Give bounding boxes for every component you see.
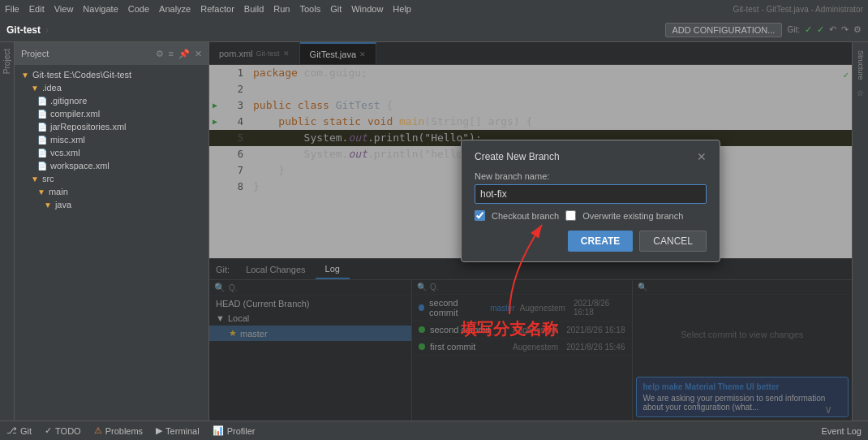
menu-file[interactable]: File [5, 4, 19, 14]
workspace-label: workspace.xml [50, 161, 110, 170]
checkmark-icon: ✓ [805, 24, 812, 35]
profiler-icon: 📊 [213, 425, 224, 436]
tree-vcs[interactable]: 📄 vcs.xml [15, 146, 208, 159]
event-log-label: Event Log [821, 426, 862, 436]
problems-label: Problems [105, 426, 143, 436]
menu-help[interactable]: Help [393, 4, 411, 14]
annotation-area: 填写分支名称 [461, 318, 558, 340]
jarrepos-label: jarRepositories.xml [50, 122, 127, 132]
sidebar-title: Project [21, 49, 49, 58]
vcs-icon: 📄 [37, 149, 47, 157]
checkmark2-icon: ✓ [817, 24, 824, 35]
menu-refactor[interactable]: Refactor [200, 4, 234, 14]
main-label: main [49, 187, 68, 196]
project-vert-label[interactable]: Project [1, 42, 13, 80]
undo-icon[interactable]: ↶ [829, 24, 836, 35]
problems-icon: ⚠ [94, 425, 102, 436]
git-status-label: Git [20, 426, 32, 436]
src-folder-icon: ▼ [31, 175, 39, 183]
todo-label: TODO [55, 426, 81, 436]
profiler-status-item[interactable]: 📊 Profiler [213, 425, 256, 436]
sidebar-close-icon[interactable]: ✕ [195, 49, 202, 59]
menu-tools[interactable]: Tools [299, 4, 320, 14]
tree-jarrepos[interactable]: 📄 jarRepositories.xml [15, 120, 208, 133]
editor-main: pom.xml Git-test ✕ GitTest.java ✕ 1 pack… [209, 42, 852, 421]
sidebar-pin-icon[interactable]: 📌 [178, 49, 190, 59]
overwrite-branch-checkbox[interactable] [565, 210, 576, 221]
gitignore-label: .gitignore [50, 96, 87, 106]
add-configuration-button[interactable]: ADD CONFIGURATION... [665, 23, 783, 37]
cancel-branch-button[interactable]: CANCEL [639, 231, 707, 252]
profiler-label: Profiler [227, 426, 256, 436]
menu-navigate[interactable]: Navigate [83, 4, 118, 14]
sidebar-header: Project ⚙ ≡ 📌 ✕ [15, 42, 208, 65]
tree-misc[interactable]: 📄 misc.xml [15, 133, 208, 146]
status-bar: ⎇ Git ✓ TODO ⚠ Problems ▶ Terminal 📊 Pro… [0, 421, 868, 440]
structure-label[interactable]: Structure [857, 45, 865, 85]
git-status-item[interactable]: ⎇ Git [6, 425, 32, 436]
menu-build[interactable]: Build [244, 4, 264, 14]
tree-java[interactable]: ▼ java [15, 198, 208, 211]
idea-folder-icon: ▼ [31, 84, 39, 93]
title-bar-left: Git-test › [6, 24, 49, 36]
tree-main[interactable]: ▼ main [15, 185, 208, 198]
right-sidebar: Structure ☆ [852, 42, 868, 421]
menu-code[interactable]: Code [128, 4, 149, 14]
misc-label: misc.xml [50, 135, 85, 145]
menu-analyze[interactable]: Analyze [159, 4, 191, 14]
menu-bar: File Edit View Navigate Code Analyze Ref… [0, 0, 868, 18]
jarrepos-icon: 📄 [37, 123, 47, 132]
compiler-icon: 📄 [37, 110, 47, 119]
tree-workspace[interactable]: 📄 workspace.xml [15, 159, 208, 172]
title-bar: Git-test › ADD CONFIGURATION... Git: ✓ ✓… [0, 18, 868, 42]
menu-git[interactable]: Git [330, 4, 342, 14]
modal-buttons: CREATE CANCEL [475, 231, 707, 252]
create-branch-button[interactable]: CREATE [568, 231, 633, 252]
workspace-icon: 📄 [37, 162, 47, 170]
vertical-labels: Project [0, 42, 15, 421]
main-layout: Project Project ⚙ ≡ 📌 ✕ ▼ Git-test E:\Co… [0, 42, 868, 421]
terminal-status-item[interactable]: ▶ Terminal [156, 425, 200, 436]
tree-root[interactable]: ▼ Git-test E:\Codes\Git-test [15, 68, 208, 81]
annotation-text: 填写分支名称 [461, 320, 558, 338]
problems-status-item[interactable]: ⚠ Problems [94, 425, 143, 436]
tree-idea[interactable]: ▼ .idea [15, 81, 208, 94]
event-log-item[interactable]: Event Log [821, 426, 862, 436]
todo-icon: ✓ [45, 425, 52, 436]
tree-compiler[interactable]: 📄 compiler.xml [15, 107, 208, 120]
settings-icon[interactable]: ⚙ [853, 24, 862, 35]
root-label: Git-test E:\Codes\Git-test [32, 70, 131, 80]
checkout-branch-checkbox[interactable] [475, 210, 485, 221]
breadcrumb: Git-test - GitTest.java - Administrator [733, 5, 863, 14]
menu-window[interactable]: Window [351, 4, 383, 14]
git-branch-icon: ⎇ [6, 425, 17, 436]
modal-close-button[interactable]: ✕ [697, 150, 707, 163]
java-folder-icon: ▼ [44, 201, 52, 209]
favorites-label[interactable]: ☆ [853, 85, 867, 101]
branch-name-input[interactable] [475, 184, 707, 204]
menu-edit[interactable]: Edit [29, 4, 45, 14]
main-folder-icon: ▼ [37, 188, 45, 196]
project-name: Git-test [6, 24, 41, 36]
title-bar-right: ADD CONFIGURATION... Git: ✓ ✓ ↶ ↷ ⚙ [665, 23, 862, 37]
git-label: Git: [787, 25, 800, 34]
project-tree: ▼ Git-test E:\Codes\Git-test ▼ .idea 📄 .… [15, 65, 208, 421]
sidebar-settings-icon[interactable]: ⚙ [156, 49, 164, 59]
modal-checkbox-row: Checkout branch Overwrite existing branc… [475, 210, 707, 221]
redo-icon[interactable]: ↷ [841, 24, 849, 35]
src-label: src [42, 174, 54, 183]
misc-icon: 📄 [37, 136, 47, 145]
todo-status-item[interactable]: ✓ TODO [45, 425, 81, 436]
menu-view[interactable]: View [54, 4, 74, 14]
gitignore-icon: 📄 [37, 97, 47, 106]
modal-branch-label: New branch name: [475, 171, 707, 181]
tree-gitignore[interactable]: 📄 .gitignore [15, 94, 208, 107]
menu-run[interactable]: Run [273, 4, 290, 14]
sidebar-collapse-icon[interactable]: ≡ [169, 49, 174, 59]
idea-label: .idea [42, 83, 62, 93]
overwrite-branch-label: Overwrite existing branch [582, 211, 683, 221]
terminal-icon: ▶ [156, 425, 162, 436]
modal-title-bar: Create New Branch ✕ [475, 150, 707, 163]
tree-src[interactable]: ▼ src [15, 172, 208, 185]
vcs-label: vcs.xml [50, 148, 80, 157]
